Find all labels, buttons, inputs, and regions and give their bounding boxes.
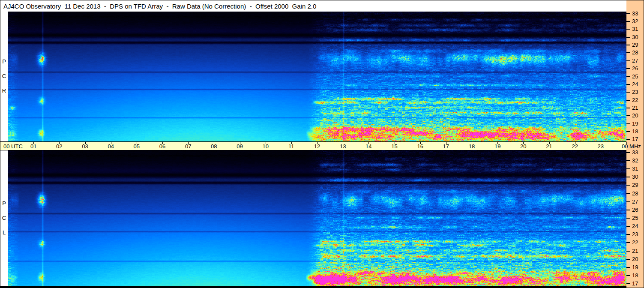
hour-label: 23: [598, 143, 604, 150]
hour-label: 14: [365, 143, 371, 150]
freq-tick-mark: [626, 242, 630, 243]
freq-tick-label: 19: [632, 121, 638, 127]
freq-tick-label: 25: [632, 215, 638, 221]
rcp-letter: R: [0, 84, 8, 98]
freq-tick-mark: [626, 76, 630, 77]
freq-tick-mark: [626, 267, 630, 268]
freq-tick-mark: [626, 131, 630, 132]
freq-tick-label: 22: [632, 97, 638, 103]
freq-tick-mark: [626, 201, 630, 202]
hour-label: 05: [134, 143, 140, 150]
freq-tick-mark: [626, 259, 630, 260]
freq-tick-mark: [626, 193, 630, 194]
hour-label: 18: [469, 143, 475, 150]
freq-tick-mark: [626, 177, 630, 177]
time-axis: 00 UTC 00 MHz 01020304050607080910111213…: [0, 141, 626, 150]
hour-label: 16: [417, 143, 423, 150]
freq-tick-mark: [626, 100, 630, 101]
time-axis-left-label: 00 UTC: [3, 143, 23, 150]
hour-label: 19: [494, 143, 500, 150]
freq-tick-mark: [626, 29, 630, 30]
lcp-letter: L: [0, 225, 8, 240]
freq-tick-label: 28: [632, 191, 638, 197]
freq-tick-label: 32: [632, 18, 638, 24]
rcp-polarization-label: P C R: [0, 54, 8, 98]
freq-tick-label: 27: [632, 199, 638, 205]
freq-tick-mark: [626, 21, 630, 22]
hour-label: 09: [237, 143, 243, 150]
hour-label: 04: [108, 143, 114, 150]
freq-tick-mark: [626, 226, 630, 227]
freq-tick-label: 31: [632, 26, 638, 32]
freq-tick-label: 18: [632, 129, 638, 135]
hour-label: 06: [159, 143, 165, 150]
freq-tick-mark: [626, 152, 630, 153]
freq-tick-mark: [626, 92, 630, 93]
freq-tick-label: 27: [632, 58, 638, 64]
hour-label: 07: [185, 143, 191, 150]
lcp-polarization-label: P C L: [0, 196, 8, 240]
freq-tick-mark: [626, 218, 630, 219]
freq-tick-label: 19: [632, 264, 638, 270]
rcp-spectrogram-canvas: [8, 12, 626, 141]
freq-tick-mark: [626, 68, 630, 69]
freq-tick-label: 17: [632, 136, 638, 142]
freq-tick-label: 31: [632, 166, 638, 172]
lcp-letter: P: [0, 196, 8, 211]
hour-label: 17: [443, 143, 449, 150]
title-bar: AJ4CO Observatory 11 Dec 2013 - DPS on T…: [0, 0, 626, 12]
freq-tick-label: 30: [632, 34, 638, 40]
freq-tick-mark: [626, 123, 630, 124]
freq-tick-mark: [626, 251, 630, 252]
freq-tick-label: 30: [632, 174, 638, 180]
hour-tick-mark: [8, 142, 8, 144]
hour-label: 11: [288, 143, 294, 150]
hour-label: 15: [391, 143, 397, 150]
freq-tick-mark: [626, 84, 630, 85]
freq-tick-mark: [626, 45, 630, 45]
freq-tick-label: 18: [632, 273, 638, 279]
lcp-spectrogram-canvas: [8, 150, 626, 286]
hour-label: 01: [30, 143, 36, 150]
freq-tick-label: 33: [632, 11, 638, 17]
freq-tick-mark: [626, 60, 630, 61]
freq-tick-label: 25: [632, 74, 638, 80]
time-axis-right-label: 00 MHz: [622, 143, 641, 150]
hour-label: 12: [314, 143, 320, 150]
hour-label: 08: [211, 143, 217, 150]
freq-tick-mark: [626, 139, 630, 140]
freq-tick-mark: [626, 115, 630, 116]
freq-tick-mark: [626, 108, 630, 108]
freq-tick-mark: [626, 160, 630, 161]
freq-tick-label: 22: [632, 240, 638, 246]
freq-tick-label: 32: [632, 158, 638, 164]
freq-tick-mark: [626, 234, 630, 235]
freq-tick-mark: [626, 168, 630, 169]
freq-tick-label: 26: [632, 66, 638, 72]
freq-tick-mark: [626, 37, 630, 38]
freq-tick-label: 20: [632, 113, 638, 119]
freq-tick-label: 23: [632, 231, 638, 237]
lcp-letter: C: [0, 211, 8, 225]
hour-label: 21: [546, 143, 552, 150]
freq-tick-label: 28: [632, 50, 638, 56]
rcp-letter: C: [0, 69, 8, 84]
freq-tick-mark: [626, 275, 630, 276]
hour-label: 20: [520, 143, 526, 150]
freq-tick-mark: [626, 52, 630, 53]
freq-tick-label: 21: [632, 248, 638, 254]
freq-tick-label: 17: [632, 281, 638, 287]
freq-tick-label: 23: [632, 89, 638, 95]
freq-tick-mark: [626, 283, 630, 284]
hour-label: 02: [56, 143, 62, 150]
freq-tick-mark: [626, 210, 630, 210]
freq-tick-mark: [626, 13, 630, 14]
freq-tick-label: 33: [632, 150, 638, 156]
rcp-letter: P: [0, 54, 8, 69]
freq-tick-label: 26: [632, 207, 638, 213]
freq-tick-mark: [626, 185, 630, 186]
hour-label: 10: [262, 143, 268, 150]
freq-tick-label: 29: [632, 182, 638, 188]
hour-label: 03: [82, 143, 88, 150]
freq-tick-label: 21: [632, 105, 638, 111]
